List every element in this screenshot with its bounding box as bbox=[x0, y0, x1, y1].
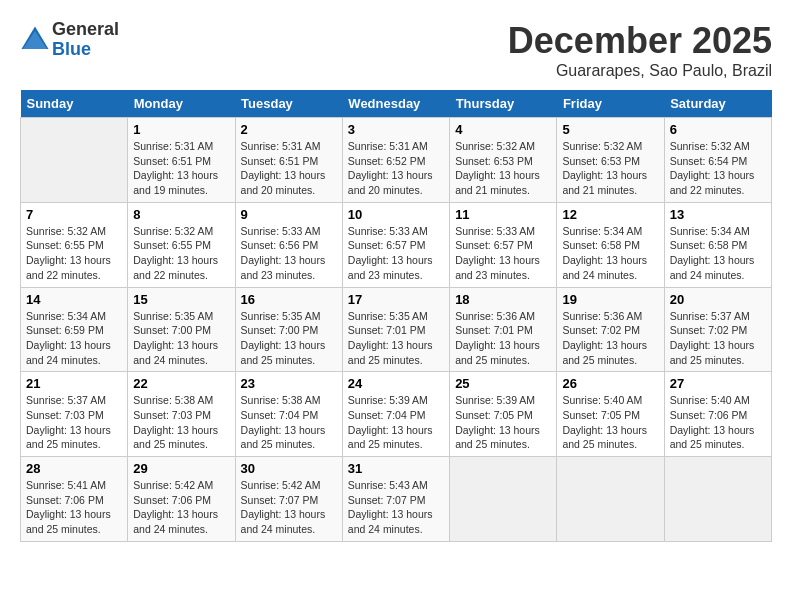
calendar-cell: 4Sunrise: 5:32 AM Sunset: 6:53 PM Daylig… bbox=[450, 118, 557, 203]
day-number: 1 bbox=[133, 122, 229, 137]
day-info: Sunrise: 5:36 AM Sunset: 7:01 PM Dayligh… bbox=[455, 309, 551, 368]
day-info: Sunrise: 5:37 AM Sunset: 7:03 PM Dayligh… bbox=[26, 393, 122, 452]
weekday-header-thursday: Thursday bbox=[450, 90, 557, 118]
day-number: 12 bbox=[562, 207, 658, 222]
day-number: 24 bbox=[348, 376, 444, 391]
calendar-table: SundayMondayTuesdayWednesdayThursdayFrid… bbox=[20, 90, 772, 542]
calendar-cell: 1Sunrise: 5:31 AM Sunset: 6:51 PM Daylig… bbox=[128, 118, 235, 203]
calendar-cell: 21Sunrise: 5:37 AM Sunset: 7:03 PM Dayli… bbox=[21, 372, 128, 457]
calendar-cell: 8Sunrise: 5:32 AM Sunset: 6:55 PM Daylig… bbox=[128, 202, 235, 287]
day-info: Sunrise: 5:41 AM Sunset: 7:06 PM Dayligh… bbox=[26, 478, 122, 537]
day-number: 26 bbox=[562, 376, 658, 391]
day-info: Sunrise: 5:40 AM Sunset: 7:06 PM Dayligh… bbox=[670, 393, 766, 452]
day-info: Sunrise: 5:40 AM Sunset: 7:05 PM Dayligh… bbox=[562, 393, 658, 452]
week-row-3: 14Sunrise: 5:34 AM Sunset: 6:59 PM Dayli… bbox=[21, 287, 772, 372]
day-number: 30 bbox=[241, 461, 337, 476]
day-info: Sunrise: 5:33 AM Sunset: 6:56 PM Dayligh… bbox=[241, 224, 337, 283]
title-block: December 2025 Guararapes, Sao Paulo, Bra… bbox=[508, 20, 772, 80]
calendar-cell: 12Sunrise: 5:34 AM Sunset: 6:58 PM Dayli… bbox=[557, 202, 664, 287]
day-info: Sunrise: 5:42 AM Sunset: 7:06 PM Dayligh… bbox=[133, 478, 229, 537]
calendar-cell: 16Sunrise: 5:35 AM Sunset: 7:00 PM Dayli… bbox=[235, 287, 342, 372]
day-info: Sunrise: 5:31 AM Sunset: 6:52 PM Dayligh… bbox=[348, 139, 444, 198]
calendar-cell: 20Sunrise: 5:37 AM Sunset: 7:02 PM Dayli… bbox=[664, 287, 771, 372]
calendar-cell: 26Sunrise: 5:40 AM Sunset: 7:05 PM Dayli… bbox=[557, 372, 664, 457]
day-number: 15 bbox=[133, 292, 229, 307]
day-number: 10 bbox=[348, 207, 444, 222]
logo-icon bbox=[20, 25, 50, 55]
calendar-cell: 23Sunrise: 5:38 AM Sunset: 7:04 PM Dayli… bbox=[235, 372, 342, 457]
day-info: Sunrise: 5:31 AM Sunset: 6:51 PM Dayligh… bbox=[241, 139, 337, 198]
calendar-cell: 11Sunrise: 5:33 AM Sunset: 6:57 PM Dayli… bbox=[450, 202, 557, 287]
day-number: 20 bbox=[670, 292, 766, 307]
day-info: Sunrise: 5:32 AM Sunset: 6:53 PM Dayligh… bbox=[455, 139, 551, 198]
day-number: 28 bbox=[26, 461, 122, 476]
calendar-cell bbox=[21, 118, 128, 203]
day-number: 22 bbox=[133, 376, 229, 391]
location: Guararapes, Sao Paulo, Brazil bbox=[508, 62, 772, 80]
calendar-cell: 7Sunrise: 5:32 AM Sunset: 6:55 PM Daylig… bbox=[21, 202, 128, 287]
weekday-header-monday: Monday bbox=[128, 90, 235, 118]
month-title: December 2025 bbox=[508, 20, 772, 62]
day-number: 8 bbox=[133, 207, 229, 222]
weekday-header-friday: Friday bbox=[557, 90, 664, 118]
day-number: 6 bbox=[670, 122, 766, 137]
calendar-cell: 24Sunrise: 5:39 AM Sunset: 7:04 PM Dayli… bbox=[342, 372, 449, 457]
day-number: 7 bbox=[26, 207, 122, 222]
day-info: Sunrise: 5:32 AM Sunset: 6:53 PM Dayligh… bbox=[562, 139, 658, 198]
logo: General Blue bbox=[20, 20, 119, 60]
page-header: General Blue December 2025 Guararapes, S… bbox=[20, 20, 772, 80]
day-number: 29 bbox=[133, 461, 229, 476]
calendar-cell: 30Sunrise: 5:42 AM Sunset: 7:07 PM Dayli… bbox=[235, 457, 342, 542]
day-number: 27 bbox=[670, 376, 766, 391]
day-info: Sunrise: 5:31 AM Sunset: 6:51 PM Dayligh… bbox=[133, 139, 229, 198]
day-number: 21 bbox=[26, 376, 122, 391]
day-info: Sunrise: 5:38 AM Sunset: 7:04 PM Dayligh… bbox=[241, 393, 337, 452]
day-number: 11 bbox=[455, 207, 551, 222]
day-number: 17 bbox=[348, 292, 444, 307]
day-number: 14 bbox=[26, 292, 122, 307]
calendar-cell: 28Sunrise: 5:41 AM Sunset: 7:06 PM Dayli… bbox=[21, 457, 128, 542]
day-number: 25 bbox=[455, 376, 551, 391]
calendar-cell: 19Sunrise: 5:36 AM Sunset: 7:02 PM Dayli… bbox=[557, 287, 664, 372]
calendar-cell bbox=[450, 457, 557, 542]
day-info: Sunrise: 5:38 AM Sunset: 7:03 PM Dayligh… bbox=[133, 393, 229, 452]
calendar-cell: 27Sunrise: 5:40 AM Sunset: 7:06 PM Dayli… bbox=[664, 372, 771, 457]
day-number: 2 bbox=[241, 122, 337, 137]
day-info: Sunrise: 5:39 AM Sunset: 7:04 PM Dayligh… bbox=[348, 393, 444, 452]
logo-general: General bbox=[52, 20, 119, 40]
day-info: Sunrise: 5:42 AM Sunset: 7:07 PM Dayligh… bbox=[241, 478, 337, 537]
calendar-cell: 2Sunrise: 5:31 AM Sunset: 6:51 PM Daylig… bbox=[235, 118, 342, 203]
day-info: Sunrise: 5:35 AM Sunset: 7:01 PM Dayligh… bbox=[348, 309, 444, 368]
day-info: Sunrise: 5:34 AM Sunset: 6:58 PM Dayligh… bbox=[670, 224, 766, 283]
day-number: 31 bbox=[348, 461, 444, 476]
calendar-cell: 5Sunrise: 5:32 AM Sunset: 6:53 PM Daylig… bbox=[557, 118, 664, 203]
day-info: Sunrise: 5:32 AM Sunset: 6:55 PM Dayligh… bbox=[26, 224, 122, 283]
day-number: 3 bbox=[348, 122, 444, 137]
day-number: 13 bbox=[670, 207, 766, 222]
day-info: Sunrise: 5:39 AM Sunset: 7:05 PM Dayligh… bbox=[455, 393, 551, 452]
logo-blue: Blue bbox=[52, 40, 119, 60]
week-row-2: 7Sunrise: 5:32 AM Sunset: 6:55 PM Daylig… bbox=[21, 202, 772, 287]
logo-text: General Blue bbox=[52, 20, 119, 60]
calendar-cell bbox=[664, 457, 771, 542]
svg-marker-1 bbox=[23, 31, 47, 49]
calendar-cell: 22Sunrise: 5:38 AM Sunset: 7:03 PM Dayli… bbox=[128, 372, 235, 457]
day-number: 18 bbox=[455, 292, 551, 307]
day-info: Sunrise: 5:33 AM Sunset: 6:57 PM Dayligh… bbox=[348, 224, 444, 283]
calendar-cell: 31Sunrise: 5:43 AM Sunset: 7:07 PM Dayli… bbox=[342, 457, 449, 542]
calendar-cell: 9Sunrise: 5:33 AM Sunset: 6:56 PM Daylig… bbox=[235, 202, 342, 287]
weekday-header-saturday: Saturday bbox=[664, 90, 771, 118]
day-number: 9 bbox=[241, 207, 337, 222]
day-number: 4 bbox=[455, 122, 551, 137]
day-info: Sunrise: 5:35 AM Sunset: 7:00 PM Dayligh… bbox=[133, 309, 229, 368]
week-row-4: 21Sunrise: 5:37 AM Sunset: 7:03 PM Dayli… bbox=[21, 372, 772, 457]
week-row-1: 1Sunrise: 5:31 AM Sunset: 6:51 PM Daylig… bbox=[21, 118, 772, 203]
calendar-cell: 13Sunrise: 5:34 AM Sunset: 6:58 PM Dayli… bbox=[664, 202, 771, 287]
day-info: Sunrise: 5:34 AM Sunset: 6:59 PM Dayligh… bbox=[26, 309, 122, 368]
day-info: Sunrise: 5:34 AM Sunset: 6:58 PM Dayligh… bbox=[562, 224, 658, 283]
day-info: Sunrise: 5:43 AM Sunset: 7:07 PM Dayligh… bbox=[348, 478, 444, 537]
calendar-cell: 10Sunrise: 5:33 AM Sunset: 6:57 PM Dayli… bbox=[342, 202, 449, 287]
weekday-header-sunday: Sunday bbox=[21, 90, 128, 118]
day-info: Sunrise: 5:32 AM Sunset: 6:55 PM Dayligh… bbox=[133, 224, 229, 283]
calendar-cell: 15Sunrise: 5:35 AM Sunset: 7:00 PM Dayli… bbox=[128, 287, 235, 372]
